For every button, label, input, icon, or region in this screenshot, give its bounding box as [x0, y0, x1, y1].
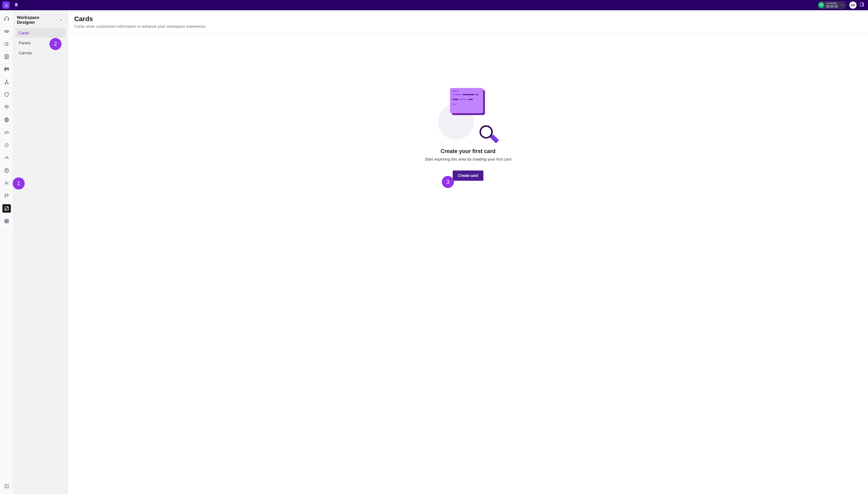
svg-rect-11	[7, 68, 8, 71]
empty-state-illustration	[441, 88, 495, 136]
main-header: Cards Cards show customized information …	[68, 10, 868, 34]
rail-divider	[3, 231, 10, 231]
svg-rect-22	[7, 222, 8, 223]
svg-point-29	[4, 487, 5, 488]
nav-fingerprint-icon[interactable]	[2, 103, 11, 111]
svg-point-13	[5, 83, 6, 84]
side-panel-toggle-icon[interactable]	[860, 2, 866, 8]
page-title: Cards	[74, 15, 862, 23]
nav-globe-icon[interactable]	[2, 116, 11, 124]
svg-point-26	[4, 486, 5, 487]
nav-list-icon[interactable]	[2, 40, 11, 48]
svg-point-25	[7, 484, 8, 485]
svg-point-31	[7, 487, 8, 488]
nav-compass-icon[interactable]	[2, 166, 11, 175]
svg-rect-20	[7, 219, 8, 221]
status-text: Available 00:04:30	[826, 2, 838, 8]
nav-designer-icon[interactable]	[2, 204, 11, 213]
chevron-left-icon	[60, 18, 63, 21]
nav-rail	[0, 10, 13, 494]
user-avatar[interactable]: AB	[849, 1, 856, 9]
svg-point-24	[6, 484, 7, 485]
svg-rect-3	[4, 19, 5, 20]
sidebar-item-cards[interactable]: Cards	[16, 28, 66, 38]
svg-point-30	[6, 487, 7, 488]
nav-shield-icon[interactable]	[2, 90, 11, 99]
status-available-icon	[818, 2, 824, 8]
nav-code-icon[interactable]	[2, 128, 11, 137]
svg-rect-10	[6, 68, 7, 70]
main-content: Cards Cards show customized information …	[68, 10, 868, 494]
sidebar: Workspace Designer Cards Panels Canvas	[13, 10, 68, 494]
nav-tickets-icon[interactable]	[2, 192, 11, 200]
notifications-icon[interactable]	[13, 2, 19, 8]
svg-rect-4	[8, 19, 9, 20]
nav-settings-icon[interactable]	[2, 179, 11, 187]
empty-state-subtitle: Start exploring this area by creating yo…	[425, 157, 512, 162]
step-badge-2: 2	[50, 38, 61, 50]
sidebar-title: Workspace Designer	[17, 15, 58, 25]
nav-apps-grid-icon[interactable]	[2, 217, 11, 225]
svg-point-12	[6, 80, 7, 81]
svg-point-17	[6, 183, 7, 184]
sidebar-item-canvas[interactable]: Canvas	[16, 48, 66, 58]
svg-rect-21	[5, 222, 6, 223]
svg-point-8	[6, 55, 7, 57]
nav-kanban-icon[interactable]	[2, 65, 11, 74]
step-badge-3: 3	[442, 176, 454, 188]
svg-point-16	[4, 168, 9, 173]
svg-point-14	[7, 83, 8, 84]
nav-headset-icon[interactable]	[2, 15, 11, 23]
svg-rect-0	[820, 4, 823, 6]
svg-point-28	[7, 486, 8, 487]
empty-state: Create your first card Start exploring t…	[68, 34, 868, 494]
page-description: Cards show customized information to enh…	[74, 24, 862, 28]
create-card-button[interactable]: Create card	[453, 170, 483, 181]
svg-rect-19	[5, 219, 6, 221]
nav-voicemail-icon[interactable]	[2, 27, 11, 36]
svg-rect-9	[4, 68, 6, 71]
agent-status-pill[interactable]: Available 00:04:30	[818, 1, 846, 9]
svg-rect-2	[863, 3, 864, 6]
nav-routing-icon[interactable]	[2, 78, 11, 86]
nav-integration-icon[interactable]	[2, 141, 11, 149]
nav-gauge-icon[interactable]	[2, 154, 11, 162]
collapse-sidebar-button[interactable]	[58, 17, 64, 23]
app-logo[interactable]: :t	[2, 1, 10, 9]
svg-point-27	[6, 486, 7, 487]
svg-point-23	[4, 484, 5, 485]
svg-point-5	[4, 31, 6, 32]
step-badge-1: 1	[13, 177, 25, 189]
chevron-down-icon	[840, 3, 844, 7]
nav-app-launcher-icon[interactable]	[2, 482, 11, 490]
svg-point-6	[7, 31, 8, 32]
topbar: :t Available 00:04:30 AB	[0, 0, 868, 10]
nav-contact-icon[interactable]	[2, 52, 11, 61]
empty-state-title: Create your first card	[441, 148, 496, 154]
